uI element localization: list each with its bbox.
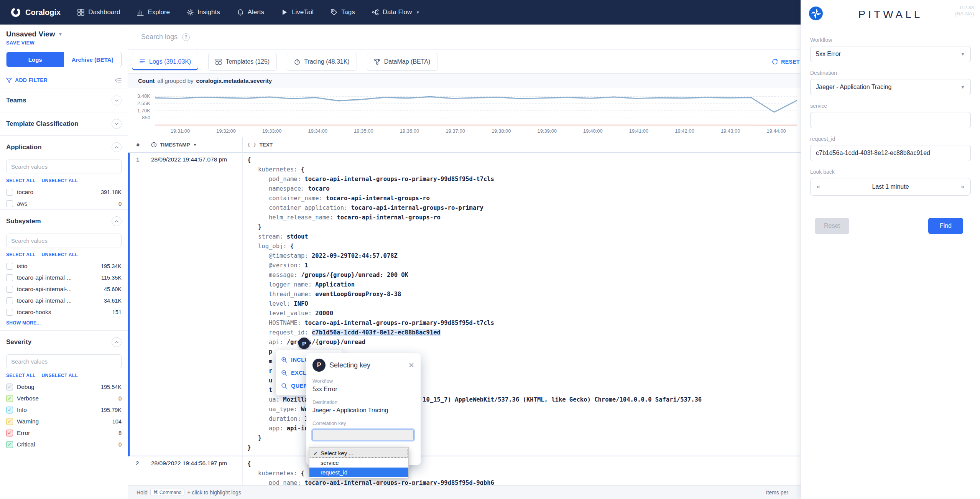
checkbox[interactable]	[6, 274, 13, 281]
toggle-archive[interactable]: Archive (BETA)	[64, 52, 122, 67]
unselect-all-link[interactable]: UNSELECT ALL	[42, 373, 78, 378]
tab-templates-125[interactable]: Templates (125)	[208, 53, 277, 71]
correlation-key-select[interactable]	[312, 430, 414, 440]
nav-item-tags[interactable]: Tags	[331, 8, 355, 16]
highlighted-log-value[interactable]: c7b1d56a-1cdd-403f-8e12-ec88b8ac91ed	[312, 329, 441, 336]
sidebar-section-template-classification[interactable]: Template Classification	[0, 112, 128, 135]
log-key: kubernetes:	[258, 470, 301, 477]
checkbox[interactable]: ✓	[6, 407, 13, 413]
lookback-next-icon[interactable]: »	[961, 183, 964, 190]
pitwall-wordmark: PITWALL	[858, 8, 923, 21]
chevron-up-icon[interactable]	[112, 142, 122, 152]
checkbox[interactable]	[6, 286, 13, 293]
unselect-all-link[interactable]: UNSELECT ALL	[42, 178, 78, 183]
show-more-link[interactable]: SHOW MORE...	[0, 318, 128, 330]
chevron-down-icon: ▼	[960, 51, 965, 57]
save-view-link[interactable]: SAVE VIEW	[0, 39, 128, 48]
filter-item-tocaro-api-internal[interactable]: tocaro-api-internal-...45.60K	[0, 283, 128, 295]
sidebar-section-application[interactable]: Application	[0, 135, 128, 159]
tab-tracing-48-31k[interactable]: Tracing (48.31K)	[287, 53, 357, 71]
checkbox[interactable]: ✓	[6, 418, 13, 425]
nav-item-data-flow[interactable]: Data Flow▼	[372, 8, 420, 16]
sidebar-section-subsystem[interactable]: Subsystem	[0, 209, 128, 233]
view-selector[interactable]: Unsaved View ▼	[0, 25, 128, 39]
nav-item-label: Insights	[197, 8, 220, 16]
nav-item-insights[interactable]: Insights	[187, 8, 220, 16]
filter-item-aws[interactable]: aws0	[0, 198, 128, 209]
select-all-link[interactable]: SELECT ALL	[6, 178, 36, 183]
filter-item-critical[interactable]: ✓Critical0	[0, 439, 128, 450]
log-value: {	[301, 470, 304, 477]
checkbox[interactable]	[6, 189, 13, 196]
find-button[interactable]: Find	[928, 218, 963, 234]
search-values-input[interactable]: Search values	[6, 234, 122, 247]
nav-item-explore[interactable]: Explore	[137, 8, 170, 16]
request-id-input[interactable]: c7b1d56a-1cdd-403f-8e12-ec88b8ac91ed	[810, 145, 971, 161]
panel-reset-button[interactable]: Reset	[815, 218, 849, 234]
chevron-down-icon[interactable]	[112, 96, 122, 105]
sidebar-section-teams[interactable]: Teams	[0, 89, 128, 112]
filter-item-istio[interactable]: istio195.34K	[0, 260, 128, 272]
destination-select[interactable]: Jaeger - Application Tracing ▼	[810, 79, 971, 95]
section-title: Template Classification	[6, 120, 79, 128]
search-values-input[interactable]: Search values	[6, 354, 122, 368]
tab-datamap-beta[interactable]: DataMap (BETA)	[367, 53, 438, 71]
coralogix-brand[interactable]: Coralogix	[11, 7, 61, 17]
sidebar-section-severity[interactable]: Severity	[0, 330, 128, 354]
filter-item-tocaro-api-internal[interactable]: tocaro-api-internal-...34.61K	[0, 295, 128, 306]
svg-text:19:36:00: 19:36:00	[400, 128, 419, 134]
unselect-all-link[interactable]: UNSELECT ALL	[42, 252, 78, 257]
checkbox[interactable]: ✓	[6, 441, 13, 448]
view-name: Unsaved View	[6, 30, 55, 38]
option-select-key[interactable]: ✓Select key ...	[309, 448, 408, 458]
checkbox[interactable]	[6, 200, 13, 207]
help-icon[interactable]: ?	[182, 33, 190, 41]
chevron-down-icon: ▼	[416, 10, 420, 15]
checkbox[interactable]: ✓	[6, 395, 13, 402]
select-all-link[interactable]: SELECT ALL	[6, 252, 36, 257]
filter-item-warning[interactable]: ✓Warning104	[0, 416, 128, 427]
option-label: request_id	[321, 469, 347, 476]
option-service[interactable]: service	[309, 458, 408, 468]
checkbox[interactable]	[6, 263, 13, 270]
checkbox[interactable]: ✓	[6, 430, 13, 436]
filter-item-debug[interactable]: ✓Debug195.54K	[0, 381, 128, 393]
nav-item-alerts[interactable]: Alerts	[237, 8, 264, 16]
add-filter-button[interactable]: ADD FILTER	[6, 77, 48, 83]
checkbox[interactable]: ✓	[6, 384, 13, 390]
lookback-prev-icon[interactable]: «	[817, 183, 820, 190]
toggle-logs[interactable]: Logs	[7, 52, 64, 67]
checkbox[interactable]	[6, 309, 13, 316]
pitwall-inline-chip[interactable]: P	[298, 338, 310, 349]
collapse-sidebar-icon[interactable]	[115, 77, 122, 83]
close-icon[interactable]: ✕	[408, 361, 414, 370]
column-header-timestamp[interactable]: TIMESTAMP ▼	[151, 142, 242, 148]
reset-button[interactable]: RESET	[772, 59, 800, 65]
filter-item-verbose[interactable]: ✓Verbose0	[0, 393, 128, 404]
nav-item-dashboard[interactable]: Dashboard	[77, 8, 120, 16]
select-all-link[interactable]: SELECT ALL	[6, 373, 36, 378]
tab-logs-391-03k[interactable]: Logs (391.03K)	[132, 53, 198, 71]
chevron-up-icon[interactable]	[112, 337, 122, 347]
filter-item-count: 0	[118, 201, 122, 207]
sort-caret-icon[interactable]: ▼	[193, 143, 197, 147]
filter-item-label: Debug	[17, 384, 35, 390]
filter-item-info[interactable]: ✓Info195.79K	[0, 404, 128, 416]
nav-item-livetail[interactable]: LiveTail	[281, 8, 314, 16]
filter-item-tocaro-hooks[interactable]: tocaro-hooks151	[0, 306, 128, 318]
search-values-input[interactable]: Search values	[6, 160, 122, 173]
filter-item-label: Verbose	[17, 395, 39, 402]
checkbox[interactable]	[6, 297, 13, 304]
column-header-num[interactable]: #	[128, 142, 151, 148]
service-input[interactable]	[810, 112, 971, 128]
filter-item-error[interactable]: ✓Error8	[0, 427, 128, 439]
filter-item-tocaro-api-internal[interactable]: tocaro-api-internal-...115.35K	[0, 272, 128, 283]
log-key: api:	[269, 339, 287, 346]
chevron-up-icon[interactable]	[112, 216, 122, 226]
filter-item-tocaro[interactable]: tocaro391.18K	[0, 186, 128, 198]
check-icon: ✓	[8, 442, 12, 447]
option-request-id[interactable]: request_id	[309, 468, 408, 477]
items-per-page-label[interactable]: Items per	[766, 489, 788, 496]
workflow-select[interactable]: 5xx Error ▼	[810, 46, 971, 62]
chevron-down-icon[interactable]	[112, 119, 122, 129]
